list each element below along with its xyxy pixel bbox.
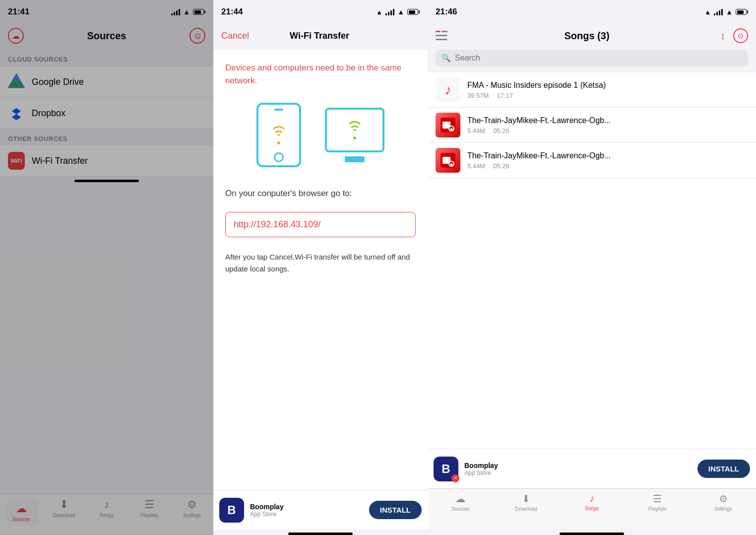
wifi-icon-3: ▲ bbox=[726, 8, 733, 16]
songs-tab-settings-label: Settings bbox=[714, 506, 732, 512]
battery-icon-1 bbox=[193, 9, 205, 15]
sources-tab-label: Sources bbox=[12, 517, 31, 522]
bar1-2 bbox=[385, 13, 387, 15]
boomplay-icon-2: B bbox=[219, 498, 244, 523]
song-thumb-1: ♪ bbox=[436, 77, 460, 102]
wifi-icon-1: ▲ bbox=[183, 8, 190, 16]
settings-tab-icon-1: ⚙ bbox=[187, 498, 197, 511]
songs-tab-bar: ☁ Sources ⬇ Download ♪ Songs ☰ Playlists… bbox=[428, 488, 756, 530]
wifi-dot-monitor bbox=[353, 136, 356, 139]
ad-install-button-2[interactable]: INSTALL bbox=[369, 501, 422, 519]
song-item-1[interactable]: ♪ FMA - Music Insiders episode 1 (Ketsa)… bbox=[428, 72, 756, 108]
cloud-sources-list: Google Drive Dropbox bbox=[0, 66, 213, 129]
wifi-transfer-item[interactable]: WiFi Wi-Fi Transfer bbox=[0, 145, 213, 177]
ad-banner-3: B ✕ Boomplay App Store INSTALL bbox=[428, 449, 756, 488]
wifi-arc-1-monitor bbox=[352, 129, 357, 134]
other-sources-list: WiFi Wi-Fi Transfer bbox=[0, 145, 213, 177]
battery-body-3 bbox=[736, 9, 747, 15]
wifi-dot-phone bbox=[277, 141, 280, 144]
search-icon: 🔍 bbox=[441, 54, 451, 63]
monitor-device-wrapper bbox=[325, 108, 384, 162]
bar4-3 bbox=[721, 9, 723, 15]
ad-store-name-2: App Store bbox=[250, 511, 363, 518]
songs-tab-download[interactable]: ⬇ Download bbox=[493, 493, 559, 512]
bar4 bbox=[179, 9, 180, 15]
tab-download-1[interactable]: ⬇ Download bbox=[43, 498, 85, 518]
songs-header-icons: ↕ ⊙ bbox=[720, 28, 748, 43]
google-drive-item[interactable]: Google Drive bbox=[0, 67, 213, 98]
dropbox-item[interactable]: Dropbox bbox=[0, 98, 213, 129]
wifi-transfer-label: Wi-Fi Transfer bbox=[32, 156, 88, 166]
battery-fill-1 bbox=[194, 10, 201, 14]
song-title-3: The-Train-JayMikee-Ft.-Lawrence-Ogb... bbox=[467, 151, 705, 160]
battery-icon-2 bbox=[407, 9, 420, 15]
songs-tab-sources-label: Sources bbox=[451, 506, 470, 512]
search-input[interactable] bbox=[455, 54, 742, 63]
download-tab-icon: ⬇ bbox=[60, 498, 68, 511]
song-item-2[interactable]: ▶ The-Train-JayMikee-Ft.-Lawrence-Ogb...… bbox=[428, 108, 756, 143]
bar4-2 bbox=[393, 9, 394, 15]
songs-tab-sources[interactable]: ☁ Sources bbox=[428, 493, 493, 512]
ad-app-name-3: Boomplay bbox=[464, 462, 692, 469]
phone-device-icon bbox=[256, 103, 301, 167]
ad-install-button-3[interactable]: INSTALL bbox=[697, 460, 750, 478]
song-meta-2: 5.44M 05:26 bbox=[467, 127, 748, 134]
monitor-stand-icon bbox=[345, 156, 365, 162]
song-size-3: 5.44M bbox=[467, 162, 485, 170]
ad-banner-2: B Boomplay App Store INSTALL bbox=[213, 490, 428, 530]
location-icon: ▲ bbox=[376, 8, 382, 16]
tab-playlists-1[interactable]: ☰ Playlists bbox=[128, 498, 171, 518]
sources-title: Sources bbox=[24, 30, 189, 42]
wifi-icon-2: ▲ bbox=[397, 8, 404, 16]
bar1 bbox=[171, 13, 173, 15]
panel-songs: 21:46 ▲ ▲ bbox=[428, 0, 756, 535]
settings-circle-icon[interactable]: ⊙ bbox=[189, 28, 205, 44]
song-item-3[interactable]: ▶ The-Train-JayMikee-Ft.-Lawrence-Ogb...… bbox=[428, 143, 756, 178]
status-time-2: 21:44 bbox=[221, 7, 243, 17]
songs-title: Songs (3) bbox=[564, 30, 609, 42]
svg-text:▶: ▶ bbox=[450, 127, 454, 132]
music-note-icon-1: ♪ bbox=[444, 82, 451, 98]
songs-tab-songs[interactable]: ♪ Songs bbox=[559, 493, 625, 511]
other-sources-header: Other Sources bbox=[0, 129, 213, 145]
wifi-content: Devices and computers need to be in the … bbox=[213, 50, 428, 490]
ad-text-2: Boomplay App Store bbox=[250, 503, 363, 518]
song-info-1: FMA - Music Insiders episode 1 (Ketsa) 3… bbox=[467, 81, 748, 99]
signal-bars-1 bbox=[171, 8, 180, 15]
tab-bar-1: ☁ Sources ⬇ Download ♪ Songs ☰ Playlists… bbox=[0, 494, 213, 535]
song-thumb-3: ▶ bbox=[436, 148, 460, 173]
wifi-signal-monitor bbox=[346, 121, 363, 139]
tab-songs-1[interactable]: ♪ Songs bbox=[85, 498, 128, 518]
song-title-1: FMA - Music Insiders episode 1 (Ketsa) bbox=[467, 81, 705, 90]
wifi-url-text: http://192.168.43.109/ bbox=[234, 219, 320, 229]
dropbox-icon bbox=[8, 105, 25, 122]
songs-tab-songs-label: Songs bbox=[585, 506, 599, 511]
songs-tab-settings[interactable]: ⚙ Settings bbox=[691, 493, 756, 512]
sort-icon[interactable]: ↕ bbox=[720, 30, 725, 42]
bar3-2 bbox=[390, 10, 392, 15]
nav-header-1: ☁ Sources ⊙ bbox=[0, 22, 213, 50]
wifi-signal-phone bbox=[270, 126, 287, 144]
songs-settings-icon[interactable]: ⊙ bbox=[733, 28, 748, 43]
songs-tab-icon-1: ♪ bbox=[104, 498, 110, 511]
battery-tip-2 bbox=[419, 10, 420, 13]
tab-sources-1[interactable]: ☁ Sources bbox=[0, 498, 43, 526]
wifi-footer-text: After you tap Cancel,Wi-Fi transfer will… bbox=[225, 251, 416, 275]
tab-settings-1[interactable]: ⚙ Settings bbox=[171, 498, 213, 518]
battery-fill-2 bbox=[409, 10, 416, 14]
song-info-2: The-Train-JayMikee-Ft.-Lawrence-Ogb... 5… bbox=[467, 116, 748, 134]
monitor-device-icon bbox=[325, 108, 384, 152]
download-tab-label: Download bbox=[53, 513, 75, 518]
wifi-cancel-button[interactable]: Cancel bbox=[221, 31, 249, 41]
songs-tab-label-1: Songs bbox=[100, 513, 114, 518]
sources-tab-icon: ☁ bbox=[16, 502, 27, 515]
search-bar[interactable]: 🔍 bbox=[436, 50, 748, 67]
songs-tab-playlists-icon: ☰ bbox=[653, 493, 662, 505]
songs-menu-icon[interactable] bbox=[436, 31, 453, 41]
songs-tab-playlists[interactable]: ☰ Playlists bbox=[625, 493, 690, 512]
status-time-3: 21:46 bbox=[436, 7, 457, 17]
ad-icon-wrapper-3: B ✕ bbox=[434, 457, 458, 481]
cloud-add-icon[interactable]: ☁ bbox=[8, 28, 24, 44]
phone-device-wrapper bbox=[256, 103, 301, 167]
ad-app-name-2: Boomplay bbox=[250, 503, 363, 511]
